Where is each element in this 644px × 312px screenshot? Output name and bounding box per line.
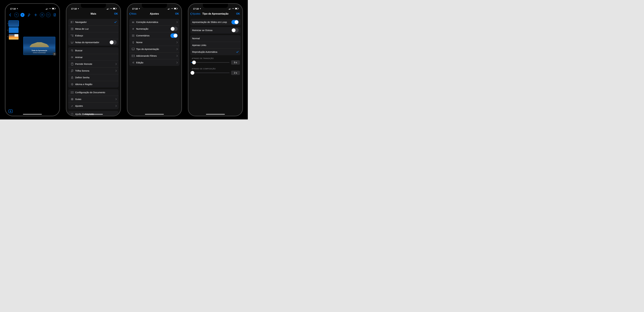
row-navegador[interactable]: Navegador xyxy=(68,19,118,25)
row-autoplay[interactable]: Reprodução Automática xyxy=(190,49,240,55)
svg-point-7 xyxy=(42,14,42,15)
row-tipoapresentacao[interactable]: Tipo de Apresentação xyxy=(129,46,180,53)
svg-rect-21 xyxy=(71,22,72,22)
nav-header: Mais OK xyxy=(67,10,120,17)
idle-toggle[interactable] xyxy=(232,28,239,32)
row-correcao[interactable]: abc Correção Automática xyxy=(129,19,180,25)
thumb-preview xyxy=(9,34,18,39)
transition-value: 5 s xyxy=(231,60,240,65)
row-senha[interactable]: Definir Senha xyxy=(68,74,118,81)
row-idle[interactable]: Reiniciar se Ociosa xyxy=(190,27,240,34)
wifi-icon xyxy=(171,7,173,10)
check-icon xyxy=(114,21,117,23)
row-nome[interactable]: Nome xyxy=(129,39,180,46)
notch xyxy=(142,4,167,8)
thumb-3[interactable]: 3 xyxy=(6,34,18,39)
back-icon[interactable] xyxy=(8,12,12,17)
row-idioma[interactable]: Idioma e Região xyxy=(68,81,118,88)
notch xyxy=(81,4,106,8)
music-icon xyxy=(70,70,74,72)
row-label: Guias xyxy=(74,98,116,100)
svg-rect-0 xyxy=(46,9,46,9)
status-time: 17:18 xyxy=(10,7,18,10)
row-docconfig[interactable]: Configuração do Documento xyxy=(68,89,118,96)
row-buscar[interactable]: Buscar xyxy=(68,47,118,54)
back-button[interactable]: Ajustes xyxy=(190,12,200,15)
thumb-2[interactable]: 2 xyxy=(6,27,18,33)
phone-mais: 17:18 Mais OK Navegador xyxy=(66,3,121,116)
add-element-button[interactable]: + xyxy=(53,52,56,56)
row-label: Esboço xyxy=(74,34,117,37)
row-normal[interactable]: Normal xyxy=(190,35,240,42)
comments-toggle[interactable] xyxy=(170,33,178,38)
thumb-number: 2 xyxy=(6,29,8,31)
chevron-right-icon xyxy=(116,98,117,100)
collab-icon[interactable] xyxy=(40,13,44,17)
status-icons xyxy=(46,7,56,10)
home-indicator xyxy=(206,114,225,115)
row-ajuda[interactable]: Ajuda do Keynote xyxy=(68,111,118,116)
slide-preview[interactable]: Título da Apresentação Subtítulo da Apre… xyxy=(23,37,55,55)
back-label: Ajustes xyxy=(192,12,200,15)
row-label: Tipo de Apresentação xyxy=(135,48,176,50)
row-mesadeluz[interactable]: Mesa de Luz xyxy=(68,25,118,32)
undo-icon[interactable] xyxy=(14,13,19,17)
row-esboco[interactable]: Esboço xyxy=(68,32,118,39)
group-loop: Apresentação de Slides em Loop xyxy=(190,19,240,25)
transition-slider[interactable] xyxy=(191,60,230,65)
row-numeracao[interactable]: Numeração xyxy=(129,25,180,32)
nav-header: Ajustes Tipo de Apresentação OK xyxy=(189,10,242,17)
insert-plus-icon[interactable] xyxy=(33,12,38,17)
row-notasapresentador[interactable]: Notas do Apresentador xyxy=(68,39,118,46)
home-indicator xyxy=(23,114,42,115)
play-icon[interactable] xyxy=(20,13,24,17)
row-ajustes[interactable]: Ajustes xyxy=(68,103,118,109)
row-remote[interactable]: Permitir Remote xyxy=(68,61,118,67)
status-icons xyxy=(107,7,117,10)
format-brush-icon[interactable] xyxy=(26,12,31,17)
thumb-1[interactable]: 1 xyxy=(6,21,18,26)
row-label: Trilha Sonora xyxy=(74,69,116,72)
svg-rect-16 xyxy=(109,8,109,9)
wifi-icon xyxy=(49,7,51,10)
add-slide-button[interactable] xyxy=(8,110,12,114)
row-guias[interactable]: Guias xyxy=(68,96,118,103)
pen-icon xyxy=(131,41,135,44)
row-animar[interactable]: Animar xyxy=(68,54,118,61)
row-label: Numeração xyxy=(135,27,170,30)
canvas: Título da Apresentação Subtítulo da Apre… xyxy=(20,19,59,108)
row-links[interactable]: Apenas Links xyxy=(190,42,240,49)
screen: 17:18 Mais OK Navegador xyxy=(67,4,120,116)
ok-button[interactable]: OK xyxy=(236,12,240,15)
numbering-toggle[interactable] xyxy=(170,27,178,31)
svg-rect-27 xyxy=(72,29,74,30)
row-trilha[interactable]: Trilha Sonora xyxy=(68,67,118,74)
row-label: Permitir Remote xyxy=(74,63,116,65)
presenter-notes-toggle[interactable] xyxy=(110,40,117,45)
row-comentarios[interactable]: Comentários xyxy=(129,32,180,39)
row-label: Buscar xyxy=(74,49,117,52)
svg-rect-31 xyxy=(71,63,73,65)
row-label: Reprodução Automática xyxy=(192,50,236,53)
screen: 17:18 Mais Ajustes OK abc Correção Autom… xyxy=(128,4,181,116)
group-modes: Normal Apenas Links Reprodução Automátic… xyxy=(190,35,240,55)
row-edicao[interactable]: A​ Edição xyxy=(129,59,180,66)
more-icon[interactable] xyxy=(46,13,50,17)
svg-point-32 xyxy=(72,63,72,64)
outline-icon xyxy=(70,34,74,37)
row-loop[interactable]: Apresentação de Slides em Loop xyxy=(190,19,240,25)
battery-icon xyxy=(113,7,117,10)
animate-icon xyxy=(70,56,74,58)
ok-button[interactable]: OK xyxy=(175,12,179,15)
row-filmes[interactable]: Adicionando Filmes xyxy=(129,53,180,59)
svg-rect-52 xyxy=(235,8,237,9)
svg-rect-15 xyxy=(108,8,108,9)
clock-label: 17:18 xyxy=(193,7,199,10)
ok-button[interactable]: OK xyxy=(114,12,118,15)
loop-toggle[interactable] xyxy=(232,20,239,24)
back-button[interactable]: Mais xyxy=(129,12,136,15)
notch xyxy=(203,4,228,8)
row-label: Nome xyxy=(135,41,176,44)
document-icon[interactable] xyxy=(52,12,57,17)
build-slider[interactable] xyxy=(191,71,230,75)
